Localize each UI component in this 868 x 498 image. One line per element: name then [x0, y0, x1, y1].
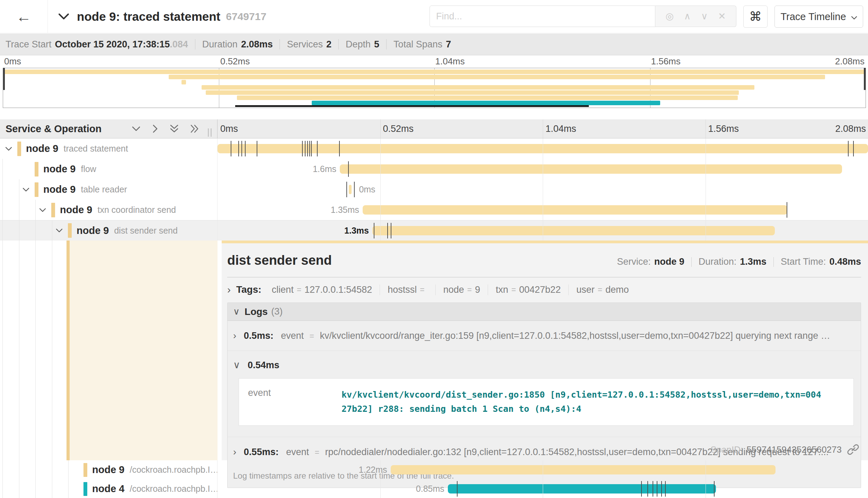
span-bar[interactable] [391, 465, 776, 474]
logs-header[interactable]: ∨ Logs (3) [228, 303, 861, 321]
tag-key: user [576, 284, 595, 295]
trace-timeline-page: ← node 9: traced statement 6749717 ◎ ∧ ∨… [0, 0, 868, 498]
chevron-down-icon[interactable] [55, 228, 68, 233]
log-value: kv/kvclient/kvcoord/range_iter.go:159 [n… [320, 331, 830, 341]
collapse-one-icon[interactable] [131, 126, 141, 132]
tick-label: 0ms [220, 124, 238, 134]
minimap-left-scrubber[interactable] [3, 68, 5, 90]
log-expanded-header[interactable]: ∨ 0.54ms [233, 359, 854, 371]
tick-label: 0.52ms [383, 124, 414, 134]
collapse-all-icon[interactable] [169, 124, 179, 133]
span-bar[interactable] [448, 484, 716, 494]
span-bar-cell[interactable]: 1.22ms [218, 460, 868, 479]
locate-icon[interactable]: ◎ [665, 11, 674, 22]
span-row[interactable]: node 9 /cockroach.roachpb.I… 1.22ms [0, 460, 868, 479]
tags-row[interactable]: › Tags: client = 127.0.0.1:54582 hostssl… [227, 284, 861, 296]
selected-span-indent-stripe [67, 241, 70, 460]
minimap-span-bar [206, 90, 739, 95]
span-bar-cell[interactable]: 0ms [218, 179, 868, 200]
service-name: node 4 [92, 483, 124, 495]
span-name-cell[interactable]: node 4 /cockroach.roachpb.I… [0, 479, 218, 498]
gridline [543, 119, 543, 138]
span-bar[interactable] [349, 185, 352, 194]
tag-item: node = 9 [435, 284, 488, 295]
tick-label: 2.08ms [835, 56, 865, 67]
span-detail-panel: dist sender send Service: node 9 Duratio… [222, 241, 868, 460]
span-name-cell[interactable]: node 9 table reader [0, 179, 218, 200]
services-label: Services [287, 39, 323, 50]
span-bar[interactable] [372, 226, 775, 235]
chevron-down-icon[interactable] [39, 208, 51, 212]
chevron-down-icon[interactable] [22, 187, 35, 192]
operation-name: dist sender send [114, 226, 177, 236]
app-header: ← node 9: traced statement 6749717 ◎ ∧ ∨… [0, 0, 868, 33]
prev-match-icon[interactable]: ∧ [684, 11, 691, 22]
timeline-ticks-header: 0ms 0.52ms 1.04ms 1.56ms 2.08ms [218, 119, 868, 138]
total-spans-label: Total Spans [393, 39, 442, 50]
span-duration-label: 1.22ms [335, 465, 387, 474]
span-bar-cell[interactable]: 0.85ms [218, 479, 868, 498]
span-row[interactable]: node 9 traced statement [0, 138, 868, 159]
service-label: Service: [617, 256, 651, 267]
trace-title-wrap: node 9: traced statement 6749717 [58, 0, 266, 33]
span-bar[interactable] [363, 205, 787, 215]
keyboard-shortcuts-button[interactable]: ⌘ [743, 6, 768, 28]
span-name-cell[interactable]: node 9 /cockroach.roachpb.I… [0, 460, 218, 479]
span-row[interactable]: node 9 txn coordinator send 1.35ms [0, 200, 868, 220]
span-name-cell[interactable]: node 9 flow [0, 159, 218, 179]
chevron-down-icon[interactable] [5, 146, 17, 151]
duration-value: 2.08ms [241, 39, 273, 50]
operation-name: /cockroach.roachpb.I… [130, 484, 218, 494]
equals-sign: = [310, 332, 314, 341]
minimap-span-bar [237, 96, 738, 100]
service-name: node 9 [26, 143, 58, 154]
log-timestamp: 0.54ms [248, 360, 280, 370]
column-resize-grip[interactable] [208, 128, 212, 137]
expand-all-icon[interactable] [190, 124, 199, 134]
minimap-canvas[interactable] [3, 68, 866, 108]
minimap-right-scrubber[interactable] [864, 68, 866, 90]
operation-name: traced statement [63, 144, 128, 154]
separator [691, 257, 692, 267]
log-entry-collapsed[interactable]: › 0.5ms: event = kv/kvclient/kvcoord/ran… [228, 321, 861, 351]
span-row[interactable]: node 9 flow 1.6ms [0, 159, 868, 179]
expand-one-icon[interactable] [152, 124, 158, 134]
minimap-span-bar [169, 75, 825, 79]
span-name-cell[interactable]: node 9 txn coordinator send [0, 200, 218, 220]
span-row[interactable]: node 9 dist sender send 1.3ms [0, 220, 868, 241]
back-button[interactable]: ← [0, 0, 48, 33]
service-operation-title: Service & Operation [6, 123, 101, 135]
view-selector-dropdown[interactable]: Trace Timeline [774, 6, 863, 28]
minimap-viewport-indicator[interactable] [235, 105, 589, 107]
span-bar-cell[interactable]: 1.3ms [218, 220, 868, 241]
span-row[interactable]: node 4 /cockroach.roachpb.I… 0.85ms [0, 479, 868, 498]
span-bar[interactable] [218, 144, 868, 153]
span-bar-cell[interactable]: 1.35ms [218, 200, 868, 220]
link-icon[interactable] [847, 444, 859, 455]
tick-label: 0ms [4, 56, 21, 67]
span-name-cell[interactable]: node 9 traced statement [0, 138, 218, 159]
tags-label: Tags: [236, 284, 262, 295]
span-bar-cell[interactable] [218, 138, 868, 159]
spanid-label: SpanID: [710, 444, 743, 455]
spanid-value: 5597415943526560273 [746, 444, 842, 455]
duration-label: Duration [202, 39, 238, 50]
tick-label: 1.04ms [546, 124, 576, 134]
service-operation-header: Service & Operation [0, 119, 218, 138]
operation-name: flow [81, 164, 96, 174]
find-input[interactable] [429, 6, 655, 27]
chevron-down-icon[interactable] [58, 13, 69, 20]
span-row[interactable]: node 9 table reader 0ms [0, 179, 868, 200]
log-entry-expanded: ∨ 0.54ms event kv/kvclient/kvcoord/dist_… [228, 351, 861, 437]
next-match-icon[interactable]: ∨ [701, 11, 708, 22]
span-bar[interactable] [340, 164, 842, 174]
service-color-swatch [35, 182, 38, 197]
span-bar-cell[interactable]: 1.6ms [218, 159, 868, 179]
service-value: node 9 [654, 256, 684, 267]
trace-start-fraction: .084 [170, 39, 188, 49]
span-name-cell[interactable]: node 9 dist sender send [0, 220, 218, 241]
equals-sign: = [420, 285, 424, 295]
clear-search-icon[interactable]: ✕ [718, 11, 726, 22]
separator [773, 257, 774, 267]
span-duration-label: 0ms [359, 185, 411, 194]
